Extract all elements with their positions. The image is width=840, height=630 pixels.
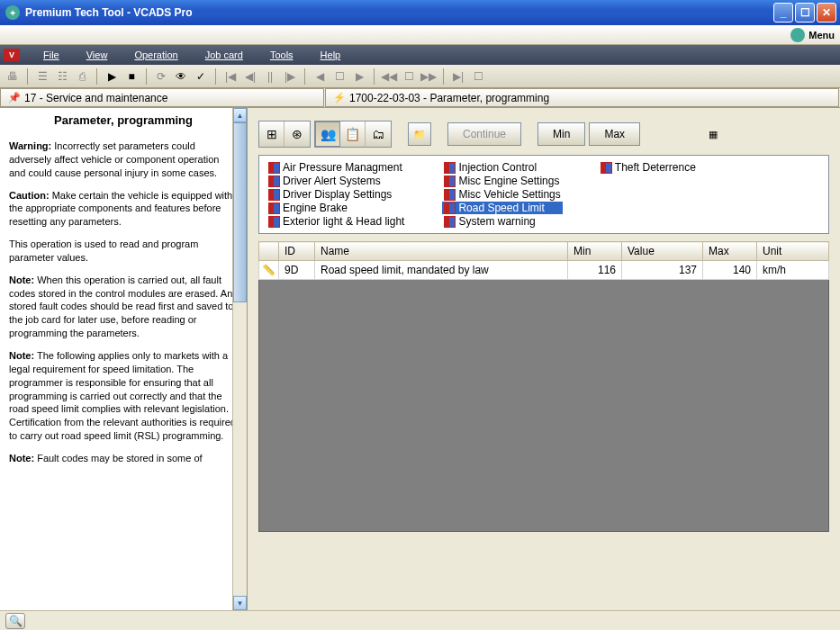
cat-driver-display[interactable]: Driver Display Settings <box>266 188 406 201</box>
menu-tools[interactable]: Tools <box>257 48 306 62</box>
cell-name: Road speed limit, mandated by law <box>315 261 568 280</box>
th-value[interactable]: Value <box>622 242 703 261</box>
nav-prev-icon[interactable]: ◀ <box>311 68 329 86</box>
play-icon[interactable]: ▶ <box>103 68 121 86</box>
tool-icon-3[interactable]: ⎙ <box>73 68 91 86</box>
view-group-2: 👥 📋 🗂 <box>314 121 392 148</box>
cat-road-speed[interactable]: Road Speed Limit <box>442 202 562 214</box>
nav-ff-icon[interactable]: ▶▶ <box>420 68 438 86</box>
app-logo-icon: V <box>4 49 20 61</box>
continue-button[interactable]: Continue <box>447 122 521 146</box>
scroll-up-icon[interactable]: ▲ <box>233 108 247 122</box>
tree-icon[interactable]: ⊞ <box>259 122 285 147</box>
nav-rewind-icon[interactable]: ◀◀ <box>380 68 398 86</box>
nav-box-icon[interactable]: ☐ <box>330 68 348 86</box>
view-group-1: ⊞ ⊛ <box>258 121 311 148</box>
maximize-button[interactable]: ☐ <box>795 3 815 22</box>
bc-left-text: 17 - Service and maintenance <box>24 92 167 104</box>
zoom-button[interactable]: 🔍 <box>5 613 25 629</box>
table-row[interactable]: 📏 9D Road speed limit, mandated by law 1… <box>259 261 829 280</box>
menu-view[interactable]: View <box>74 48 121 62</box>
eye-icon[interactable]: 👁 <box>172 68 190 86</box>
cat-misc-engine[interactable]: Misc Engine Settings <box>442 175 562 187</box>
th-unit[interactable]: Unit <box>757 242 829 261</box>
title-bar: ✦ Premium Tech Tool - VCADS Pro _ ☐ ✕ <box>0 0 840 25</box>
print-icon[interactable]: 🖶 <box>4 68 22 86</box>
nav-box2-icon[interactable]: ☐ <box>400 68 418 86</box>
cat-system-warning[interactable]: System warning <box>442 215 562 228</box>
menu-help[interactable]: Help <box>308 48 354 62</box>
warning-para: Warning: Incorrectly set parameters coul… <box>9 140 238 180</box>
menu-operation[interactable]: Operation <box>122 48 190 62</box>
cell-unit: km/h <box>757 261 829 280</box>
cat-icon <box>601 162 612 174</box>
pin-icon: 📌 <box>8 92 21 104</box>
window-title: Premium Tech Tool - VCADS Pro <box>25 6 773 19</box>
cat-air-pressure[interactable]: Air Pressure Managment <box>266 161 406 174</box>
tool-icon-2[interactable]: ☷ <box>53 68 71 86</box>
minimize-button[interactable]: _ <box>773 3 793 22</box>
th-name[interactable]: Name <box>315 242 568 261</box>
close-button[interactable]: ✕ <box>817 3 836 22</box>
stop-icon[interactable]: ■ <box>122 68 140 86</box>
nav-first-icon[interactable]: |◀ <box>221 68 239 86</box>
max-button[interactable]: Max <box>589 122 640 146</box>
caution-para: Caution: Make certain the vehicle is equ… <box>9 189 238 230</box>
note3-para: Note: Fault codes may be stored in some … <box>9 452 238 465</box>
nav-end-icon[interactable]: ▶| <box>449 68 467 86</box>
folder-icon[interactable]: 📁 <box>408 122 431 146</box>
network-icon[interactable]: ⊛ <box>285 122 310 147</box>
th-id[interactable]: ID <box>279 242 315 261</box>
grid-icon[interactable]: ▦ <box>701 122 725 146</box>
cat-exterior-light[interactable]: Exterior light & Head light <box>266 215 406 228</box>
content-area: ⊞ ⊛ 👥 📋 🗂 📁 Continue Min Max ▦ Air Press… <box>248 108 840 610</box>
nav-pause-icon[interactable]: || <box>261 68 279 86</box>
cat-icon <box>444 216 456 228</box>
bc-right-text: 1700-22-03-03 - Parameter, programming <box>349 92 549 104</box>
scroll-down-icon[interactable]: ▼ <box>233 596 247 610</box>
main-area: Parameter, programming Warning: Incorrec… <box>0 108 840 610</box>
app-icon: ✦ <box>5 5 20 20</box>
th-max[interactable]: Max <box>703 242 757 261</box>
check-icon[interactable]: ✓ <box>192 68 210 86</box>
cat-driver-alert[interactable]: Driver Alert Systems <box>266 175 406 187</box>
bolt-icon: ⚡ <box>333 92 346 104</box>
sidebar: Parameter, programming Warning: Incorrec… <box>0 108 248 610</box>
menu-jobcard[interactable]: Job card <box>193 48 256 62</box>
breadcrumb-left[interactable]: 📌 17 - Service and maintenance <box>0 88 324 107</box>
cat-misc-vehicle[interactable]: Misc Vehicle Settings <box>442 188 562 201</box>
menu-bar: V File View Operation Job card Tools Hel… <box>0 45 840 65</box>
th-min[interactable]: Min <box>568 242 622 261</box>
breadcrumb-row: 📌 17 - Service and maintenance ⚡ 1700-22… <box>0 88 840 108</box>
people-icon[interactable]: 👥 <box>315 122 340 147</box>
scroll-thumb[interactable] <box>233 122 247 302</box>
cell-max: 140 <box>703 261 757 280</box>
list-icon[interactable]: 📋 <box>340 122 366 147</box>
refresh-icon[interactable]: ⟳ <box>152 68 170 86</box>
cat-injection[interactable]: Injection Control <box>442 161 562 174</box>
cat-theft[interactable]: Theft Deterrence <box>599 161 698 174</box>
menu-file[interactable]: File <box>31 48 72 62</box>
cat-engine-brake[interactable]: Engine Brake <box>266 202 406 214</box>
table-empty-area <box>258 280 829 532</box>
nav-next-icon[interactable]: ▶ <box>350 68 368 86</box>
cell-value[interactable]: 137 <box>622 261 703 280</box>
nav-next2-icon[interactable]: |▶ <box>281 68 299 86</box>
sidebar-scrollbar[interactable]: ▲ ▼ <box>232 108 247 610</box>
card-icon[interactable]: 🗂 <box>366 122 391 147</box>
nav-prev2-icon[interactable]: ◀| <box>241 68 259 86</box>
content-toolbar: ⊞ ⊛ 👥 📋 🗂 📁 Continue Min Max ▦ <box>248 108 840 155</box>
cat-icon <box>268 189 280 201</box>
cat-icon <box>444 202 456 214</box>
min-button[interactable]: Min <box>537 122 585 146</box>
nav-extra-icon[interactable]: ☐ <box>469 68 487 86</box>
parameter-table-wrap: ID Name Min Value Max Unit 📏 9D Road spe… <box>258 241 829 280</box>
cat-icon <box>268 202 280 214</box>
tool-icon-1[interactable]: ☰ <box>33 68 51 86</box>
cat-icon <box>444 176 456 187</box>
cat-col-2: Injection Control Misc Engine Settings M… <box>442 161 562 228</box>
breadcrumb-right[interactable]: ⚡ 1700-22-03-03 - Parameter, programming <box>325 88 839 107</box>
menu-button[interactable]: Menu <box>790 28 835 42</box>
cell-id: 9D <box>279 261 315 280</box>
th-icon[interactable] <box>259 242 279 261</box>
